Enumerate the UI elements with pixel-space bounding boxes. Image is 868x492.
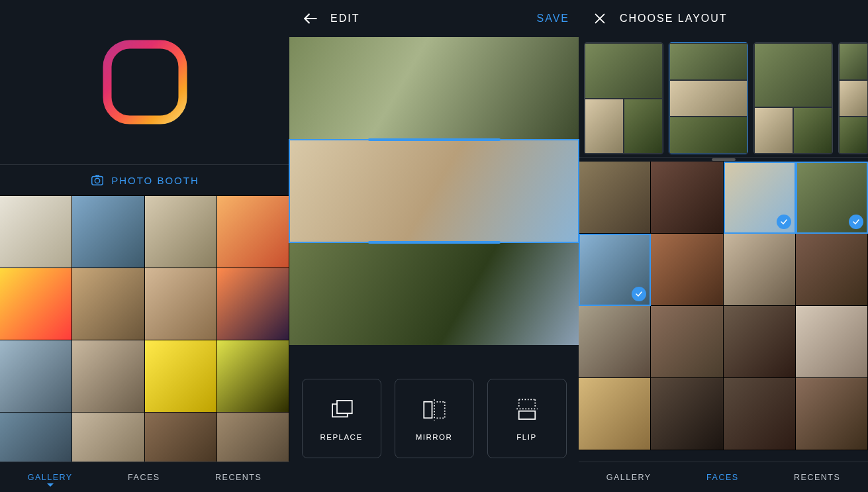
layout-title: CHOOSE LAYOUT xyxy=(620,13,728,25)
gallery-thumb[interactable] xyxy=(72,268,144,340)
face-thumb-selected[interactable] xyxy=(796,162,868,234)
layout-option[interactable] xyxy=(584,42,663,154)
replace-button[interactable]: REPLACE xyxy=(302,379,381,458)
gallery-thumb[interactable] xyxy=(145,196,217,268)
face-thumb-selected[interactable] xyxy=(724,162,796,234)
arrow-left-icon xyxy=(302,10,319,27)
check-icon xyxy=(849,215,863,229)
left-tab-bar: GALLERY FACES RECENTS xyxy=(0,462,289,492)
photo-booth-button[interactable]: PHOTO BOOTH xyxy=(0,164,289,196)
faces-grid xyxy=(579,162,868,462)
layout-topbar: CHOOSE LAYOUT xyxy=(579,0,868,37)
gallery-thumb[interactable] xyxy=(0,196,72,268)
flip-button[interactable]: FLIP xyxy=(487,379,567,458)
gallery-thumb[interactable] xyxy=(72,340,144,413)
collage-strip-3[interactable] xyxy=(289,242,579,345)
flip-icon xyxy=(513,396,541,424)
collage-strip-2[interactable] xyxy=(289,140,579,242)
tab-faces[interactable]: FACES xyxy=(701,470,744,485)
collage-preview xyxy=(289,37,579,345)
face-thumb[interactable] xyxy=(651,378,723,450)
face-thumb[interactable] xyxy=(579,162,651,234)
gallery-thumb[interactable] xyxy=(217,268,289,340)
right-tab-bar: GALLERY FACES RECENTS xyxy=(579,462,868,492)
tab-recents[interactable]: RECENTS xyxy=(789,470,845,485)
gallery-thumb[interactable] xyxy=(145,413,217,462)
svg-point-4 xyxy=(95,178,100,183)
face-thumb[interactable] xyxy=(796,306,868,378)
edit-topbar: EDIT SAVE xyxy=(289,0,579,37)
save-button[interactable]: SAVE xyxy=(537,13,570,25)
svg-rect-7 xyxy=(337,401,352,413)
face-thumb[interactable] xyxy=(796,234,868,306)
tab-gallery[interactable]: GALLERY xyxy=(23,470,78,485)
gallery-thumb[interactable] xyxy=(72,413,144,462)
edit-toolbar: REPLACE MIRROR FLIP xyxy=(289,345,579,492)
back-button[interactable] xyxy=(299,7,322,30)
layout-app-icon xyxy=(99,36,191,128)
resize-handle-top[interactable] xyxy=(368,138,501,141)
face-thumb[interactable] xyxy=(651,234,723,306)
gallery-grid xyxy=(0,196,289,462)
layout-option[interactable] xyxy=(838,42,868,154)
check-icon xyxy=(632,287,646,301)
mirror-button[interactable]: MIRROR xyxy=(395,379,474,458)
face-thumb[interactable] xyxy=(724,234,796,306)
gallery-thumb[interactable] xyxy=(0,413,72,462)
gallery-thumb[interactable] xyxy=(145,268,217,340)
gallery-thumb[interactable] xyxy=(217,340,289,413)
face-thumb[interactable] xyxy=(724,378,796,450)
close-button[interactable] xyxy=(588,7,612,30)
screen-edit: EDIT SAVE REPLACE xyxy=(289,0,579,492)
photo-booth-label: PHOTO BOOTH xyxy=(111,175,199,186)
layout-option-selected[interactable] xyxy=(669,42,748,154)
resize-handle-bottom[interactable] xyxy=(368,241,501,244)
svg-rect-13 xyxy=(518,411,535,419)
check-icon xyxy=(777,215,791,229)
gallery-thumb[interactable] xyxy=(72,196,144,268)
tab-recents[interactable]: RECENTS xyxy=(210,470,267,485)
face-thumb[interactable] xyxy=(579,378,651,450)
face-thumb[interactable] xyxy=(796,378,868,450)
gallery-thumb[interactable] xyxy=(0,268,72,340)
face-thumb-selected[interactable] xyxy=(579,234,651,306)
layout-options-strip[interactable] xyxy=(579,37,868,158)
app-logo xyxy=(0,0,289,164)
mirror-label: MIRROR xyxy=(416,433,453,441)
screen-gallery: PHOTO BOOTH GALLERY FACES RECENTS xyxy=(0,0,289,492)
replace-icon xyxy=(328,396,356,424)
svg-rect-3 xyxy=(92,177,103,185)
face-thumb[interactable] xyxy=(579,306,651,378)
mirror-icon xyxy=(420,396,448,424)
layout-option[interactable] xyxy=(753,42,833,154)
gallery-thumb[interactable] xyxy=(217,413,289,462)
close-icon xyxy=(593,11,607,26)
face-thumb[interactable] xyxy=(651,162,723,234)
flip-label: FLIP xyxy=(516,433,536,441)
replace-label: REPLACE xyxy=(320,433,362,441)
collage-strip-1[interactable] xyxy=(289,37,579,140)
camera-icon xyxy=(90,173,105,187)
edit-title: EDIT xyxy=(330,13,360,25)
tab-gallery[interactable]: GALLERY xyxy=(601,470,657,485)
gallery-thumb[interactable] xyxy=(0,340,72,413)
gallery-thumb[interactable] xyxy=(145,340,217,413)
face-thumb[interactable] xyxy=(724,306,796,378)
gallery-thumb[interactable] xyxy=(217,196,289,268)
svg-rect-8 xyxy=(424,402,432,418)
tab-faces[interactable]: FACES xyxy=(122,470,166,485)
screen-choose-layout: CHOOSE LAYOUT xyxy=(579,0,868,492)
face-thumb[interactable] xyxy=(651,306,723,378)
app-root: PHOTO BOOTH GALLERY FACES RECENTS xyxy=(0,0,868,492)
